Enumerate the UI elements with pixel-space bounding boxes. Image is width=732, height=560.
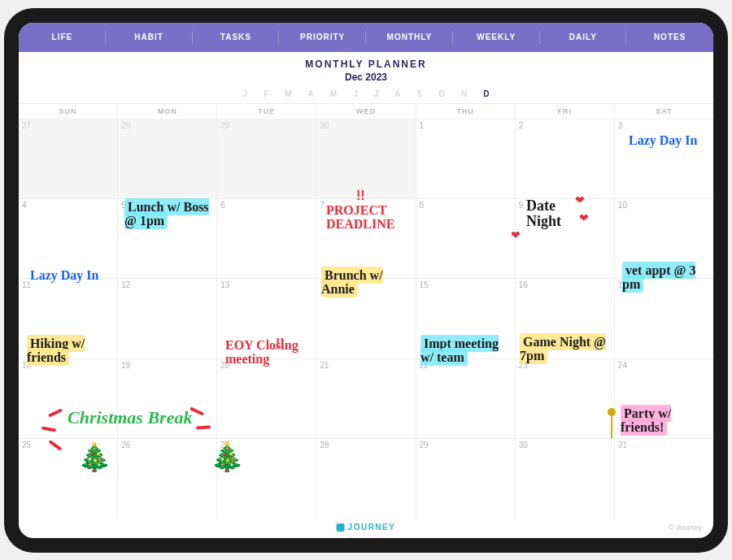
day-number: 3 <box>618 121 623 130</box>
month-strip: JFMAMJJASOND <box>19 86 713 103</box>
day-cell[interactable]: 20 <box>217 358 316 438</box>
note-eoy[interactable]: EOY Closing meeting <box>225 338 315 367</box>
day-number: 28 <box>121 121 130 130</box>
day-number: 6 <box>220 201 225 210</box>
tablet-frame: LIFE HABIT TASKS PRIORITY MONTHLY WEEKLY… <box>4 8 728 553</box>
day-number: 10 <box>618 201 627 210</box>
brand-text: JOURNEY <box>348 523 396 532</box>
screen: LIFE HABIT TASKS PRIORITY MONTHLY WEEKLY… <box>19 23 713 538</box>
day-number: 15 <box>420 280 429 289</box>
day-cell[interactable]: 6 <box>217 198 316 278</box>
day-number: 13 <box>220 280 229 289</box>
month-letter[interactable]: D <box>483 89 489 98</box>
day-number: 28 <box>320 441 329 449</box>
day-number: 27 <box>22 121 31 130</box>
month-letter[interactable]: J <box>353 89 358 98</box>
day-cell[interactable]: 27 <box>217 438 316 518</box>
month-letter[interactable]: N <box>461 89 467 98</box>
month-letter[interactable]: A <box>394 89 400 98</box>
day-cell[interactable]: 28 <box>118 119 217 198</box>
day-number: 27 <box>220 441 229 449</box>
month-letter[interactable]: O <box>438 89 445 98</box>
dow-label: SUN <box>19 104 118 119</box>
tab-weekly[interactable]: WEEKLY <box>453 23 540 52</box>
day-cell[interactable]: 29 <box>217 119 316 198</box>
note-xmas-break[interactable]: Christmas Break <box>68 408 230 428</box>
day-number: 19 <box>121 361 130 370</box>
day-cell[interactable]: 30 <box>316 119 416 198</box>
note-hiking[interactable]: Hiking w/ friends <box>27 336 118 365</box>
tab-tasks[interactable]: TASKS <box>193 23 280 52</box>
day-number: 1 <box>420 121 425 130</box>
month-letter[interactable]: J <box>243 89 248 98</box>
day-cell[interactable]: 27 <box>19 119 118 198</box>
day-number: 26 <box>121 441 130 449</box>
note-game-night[interactable]: Game Night @ 7pm <box>520 335 612 363</box>
copyright: © Journey <box>669 523 702 532</box>
note-brunch-annie[interactable]: Brunch w/ Annie <box>321 268 417 297</box>
note-vet-appt[interactable]: vet appt @ 3 pm <box>622 263 712 292</box>
day-cell[interactable]: 12 <box>118 278 217 358</box>
tab-daily[interactable]: DAILY <box>540 23 627 52</box>
nav-tabs: LIFE HABIT TASKS PRIORITY MONTHLY WEEKLY… <box>19 23 713 52</box>
day-number: 4 <box>22 201 27 210</box>
month-letter[interactable]: M <box>330 89 337 98</box>
dow-label: FRI <box>516 104 615 119</box>
day-cell[interactable]: 3 <box>615 119 713 198</box>
day-number: 29 <box>220 121 229 130</box>
tab-notes[interactable]: NOTES <box>626 23 713 52</box>
note-impt-meeting[interactable]: Impt meeting w/ team <box>420 336 513 365</box>
day-number: 24 <box>618 361 627 370</box>
note-lazy-sun11[interactable]: Lazy Day In <box>30 268 111 283</box>
day-cell[interactable]: 30 <box>516 438 615 518</box>
dow-label: WED <box>316 104 416 119</box>
day-number: 16 <box>519 280 528 289</box>
day-cell[interactable]: 21 <box>316 358 416 438</box>
week-row: 27282930123 <box>19 119 713 198</box>
brand-logo[interactable]: JOURNEY <box>337 523 396 532</box>
day-number: 21 <box>320 361 329 370</box>
day-cell[interactable]: 28 <box>316 438 416 518</box>
day-number: 30 <box>320 121 329 130</box>
note-lazy-sat3[interactable]: Lazy Day In <box>629 133 710 148</box>
calendar-grid[interactable]: 2728293012345678910111213141516171819202… <box>19 119 713 519</box>
day-cell[interactable]: 29 <box>416 438 516 518</box>
dow-row: SUNMONTUEWEDTHUFRISAT <box>19 103 713 119</box>
month-letter[interactable]: M <box>285 89 291 98</box>
brand-icon <box>337 523 345 532</box>
dow-label: MON <box>118 104 217 119</box>
header: MONTHLY PLANNER Dec 2023 <box>19 52 713 86</box>
dow-label: TUE <box>217 104 316 119</box>
day-cell[interactable]: 26 <box>118 438 217 518</box>
day-cell[interactable]: 8 <box>416 198 516 278</box>
note-party[interactable]: Party w/ friends! <box>621 406 710 435</box>
footer: JOURNEY © Journey <box>19 519 713 538</box>
day-number: 7 <box>320 201 325 210</box>
tab-life[interactable]: LIFE <box>19 23 106 52</box>
dow-label: SAT <box>615 104 713 119</box>
day-cell[interactable]: 22 <box>416 358 516 438</box>
month-letter[interactable]: S <box>417 89 423 98</box>
day-number: 29 <box>420 441 429 449</box>
page-title: MONTHLY PLANNER <box>19 59 713 70</box>
day-cell[interactable]: 23 <box>516 358 615 438</box>
day-cell[interactable]: 4 <box>19 198 118 278</box>
note-lunch-boss[interactable]: Lunch w/ Boss @ 1pm <box>124 200 214 228</box>
page-subtitle: Dec 2023 <box>19 72 713 83</box>
day-cell[interactable]: 2 <box>516 119 615 198</box>
day-number: 12 <box>121 280 130 289</box>
day-cell[interactable]: 25 <box>19 438 118 518</box>
day-cell[interactable]: 1 <box>416 119 516 198</box>
note-date-night[interactable]: Date Night <box>526 198 591 231</box>
note-project-deadline[interactable]: PROJECT DEADLINE <box>326 203 424 232</box>
tab-priority[interactable]: PRIORITY <box>279 23 366 52</box>
month-letter[interactable]: A <box>308 89 314 98</box>
month-letter[interactable]: J <box>374 89 379 98</box>
day-number: 9 <box>519 201 524 210</box>
day-cell[interactable]: 31 <box>615 438 713 518</box>
tab-monthly[interactable]: MONTHLY <box>366 23 453 52</box>
day-number: 25 <box>22 441 31 449</box>
tab-habit[interactable]: HABIT <box>106 23 193 52</box>
month-letter[interactable]: F <box>264 89 268 98</box>
day-number: 30 <box>519 441 528 449</box>
